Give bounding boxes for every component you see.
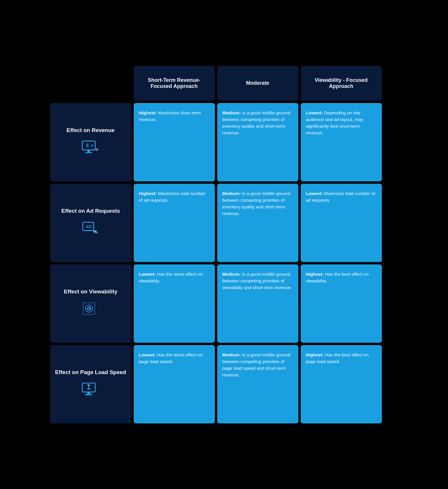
cell-revenue-3-bold: Lowest:: [306, 110, 323, 115]
cell-view-1-bold: Lowest:: [139, 272, 156, 277]
cell-view-3: Highest: Has the best effect on viewabil…: [301, 264, 382, 343]
cell-revenue-1-bold: Highest:: [139, 110, 157, 115]
cell-page-3: Highest: Has the best effect on page loa…: [301, 345, 382, 423]
header-col2: Moderate: [217, 66, 298, 101]
cell-ad-1: Highest: Maximizes total number of ad re…: [134, 184, 215, 262]
cell-revenue-3: Lowest: Depending on site audience and a…: [301, 103, 382, 181]
row-label-viewability: Effect on Viewability: [50, 264, 131, 343]
svg-text:AD: AD: [86, 224, 91, 229]
cell-ad-2: Medium: Is a good middle ground between …: [217, 184, 298, 262]
ad-icon: AD: [79, 219, 102, 238]
cell-revenue-2: Medium: Is a good middle ground between …: [217, 103, 298, 181]
svg-rect-4: [85, 152, 92, 153]
cell-ad-2-bold: Medium:: [222, 191, 241, 196]
cell-view-2: Medium: Is a good middle ground between …: [217, 264, 298, 343]
header-col1: Short-Term Revenue-Focused Approach: [134, 66, 215, 101]
cell-revenue-1: Highest: Maximizes short-term revenue.: [134, 103, 215, 181]
cell-view-1: Lowest: Has the worst effect on viewabil…: [134, 264, 215, 343]
svg-rect-18: [87, 392, 90, 394]
cell-page-2: Medium: Is a good middle ground between …: [217, 345, 298, 423]
viewability-icon: [79, 300, 102, 319]
cell-page-1-bold: Lowest:: [139, 352, 156, 357]
revenue-icon: $: [79, 139, 102, 157]
svg-text:$: $: [86, 143, 89, 148]
pagespeed-icon: [79, 381, 102, 399]
cell-page-3-bold: Highest:: [306, 352, 324, 357]
grid: Short-Term Revenue-Focused Approach Mode…: [50, 66, 398, 423]
cell-ad-3-bold: Lowest:: [306, 191, 323, 196]
cell-ad-1-bold: Highest:: [139, 191, 157, 196]
cell-ad-3: Lowest: Minimizes total number of ad req…: [301, 184, 382, 262]
comparison-table: Short-Term Revenue-Focused Approach Mode…: [50, 66, 398, 423]
cell-revenue-2-bold: Medium:: [222, 110, 241, 115]
cell-view-2-bold: Medium:: [222, 272, 241, 277]
svg-rect-3: [87, 150, 90, 152]
cell-page-2-bold: Medium:: [222, 352, 241, 357]
row-label-revenue: Effect on Revenue $: [50, 103, 131, 181]
header-col3: Viewability - Focused Approach: [301, 66, 382, 101]
header-empty: [50, 66, 131, 101]
svg-point-15: [89, 308, 90, 309]
row-label-ad: Effect on Ad Requests AD: [50, 184, 131, 262]
svg-rect-19: [85, 394, 93, 395]
row-label-pagespeed: Effect on Page Load Speed: [50, 345, 131, 423]
cell-page-1: Lowest: Has the worst effect on page loa…: [134, 345, 215, 423]
cell-view-3-bold: Highest:: [306, 272, 324, 277]
